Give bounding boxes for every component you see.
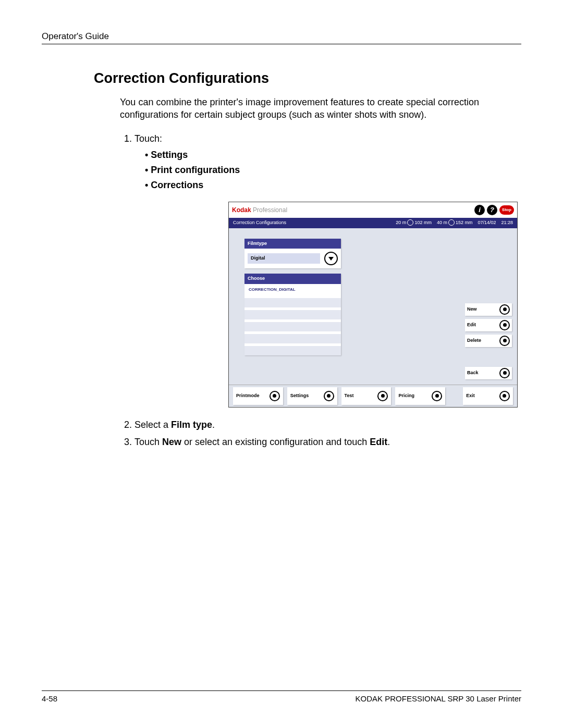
status-len-a: 20 m bbox=[396, 220, 406, 225]
status-time: 21:28 bbox=[501, 219, 513, 227]
settings-label: Settings bbox=[290, 392, 309, 400]
test-button[interactable]: Test bbox=[341, 387, 391, 405]
delete-button-label: Delete bbox=[467, 337, 481, 344]
brand-kodak: Kodak bbox=[232, 206, 251, 214]
choose-item-correction-digital[interactable]: CORRECTION_DIGITAL bbox=[244, 284, 341, 295]
bullet-corrections: Corrections bbox=[145, 178, 480, 192]
list-item[interactable] bbox=[244, 310, 341, 319]
brand-professional: Professional bbox=[251, 206, 287, 214]
step-1-lead: Touch: bbox=[134, 133, 162, 144]
list-item[interactable] bbox=[244, 298, 341, 307]
roll-icon bbox=[448, 219, 455, 226]
filmtype-header: Filmtype bbox=[244, 239, 341, 249]
ui-status: 20 m102 mm 40 m152 mm 07/14/02 21:28 bbox=[396, 219, 513, 227]
step-2: Select a Film type. bbox=[134, 418, 480, 432]
status-len-b: 40 m bbox=[437, 220, 447, 225]
delete-button[interactable]: Delete bbox=[465, 335, 512, 347]
help-icon[interactable]: ? bbox=[487, 205, 497, 215]
filmtype-value: Digital bbox=[248, 253, 320, 264]
step-3-c: or select an existing configuration and … bbox=[181, 437, 370, 447]
filmtype-panel: Filmtype Digital bbox=[244, 239, 341, 269]
step-3-a: Touch bbox=[134, 437, 162, 447]
choose-panel: Choose CORRECTION_DIGITAL bbox=[244, 274, 341, 355]
button-icon bbox=[499, 320, 510, 330]
list-item[interactable] bbox=[244, 322, 341, 331]
step-3-e: . bbox=[387, 437, 390, 447]
status-mm-a: 102 mm bbox=[414, 220, 432, 225]
page-number: 4-58 bbox=[42, 694, 57, 703]
status-mm-b: 152 mm bbox=[456, 220, 473, 225]
button-icon bbox=[499, 391, 510, 401]
ui-title: Correction Configurations bbox=[233, 219, 286, 227]
page-footer: 4-58 KODAK PROFESSIONAL SRP 30 Laser Pri… bbox=[42, 690, 521, 703]
stop-button[interactable]: Stop bbox=[499, 205, 514, 215]
section-title: Correction Configurations bbox=[94, 70, 521, 87]
pricing-label: Pricing bbox=[398, 392, 414, 400]
button-icon bbox=[432, 391, 442, 401]
new-button-label: New bbox=[467, 306, 477, 313]
bullet-print-config: Print configurations bbox=[145, 163, 480, 177]
brand-logo: Kodak Professional bbox=[232, 205, 287, 215]
exit-label: Exit bbox=[466, 392, 475, 400]
button-icon bbox=[324, 391, 334, 401]
edit-button[interactable]: Edit bbox=[465, 319, 512, 331]
test-label: Test bbox=[345, 392, 354, 400]
intro-paragraph: You can combine the printer's image impr… bbox=[120, 96, 480, 121]
button-icon bbox=[499, 368, 510, 378]
back-button-label: Back bbox=[467, 369, 479, 377]
list-item[interactable] bbox=[244, 334, 341, 343]
pricing-button[interactable]: Pricing bbox=[395, 387, 445, 405]
step-3-edit: Edit bbox=[370, 437, 387, 447]
filmtype-dropdown[interactable] bbox=[324, 252, 338, 265]
step-3-new: New bbox=[162, 437, 181, 447]
edit-button-label: Edit bbox=[467, 322, 476, 329]
settings-button[interactable]: Settings bbox=[287, 387, 337, 405]
step-2-post: . bbox=[212, 419, 215, 430]
button-icon bbox=[377, 391, 388, 401]
new-button[interactable]: New bbox=[465, 303, 512, 316]
roll-icon bbox=[407, 219, 413, 226]
step-1: Touch: Settings Print configurations Cor… bbox=[134, 132, 480, 408]
step-3: Touch New or select an existing configur… bbox=[134, 435, 480, 449]
status-date: 07/14/02 bbox=[478, 219, 496, 227]
bullet-settings: Settings bbox=[145, 148, 480, 162]
step-2-text: Select a bbox=[134, 419, 171, 430]
ui-bottom-bar: Printmode Settings Test Pricing Exit bbox=[229, 385, 517, 407]
printer-ui-screenshot: Kodak Professional i ? Stop Correction C… bbox=[228, 202, 518, 408]
info-icon[interactable]: i bbox=[474, 205, 485, 215]
exit-button[interactable]: Exit bbox=[463, 387, 513, 405]
ui-top-bar: Kodak Professional i ? Stop bbox=[229, 202, 517, 218]
choose-header: Choose bbox=[244, 274, 341, 284]
button-icon bbox=[499, 336, 510, 346]
button-icon bbox=[499, 304, 510, 315]
button-icon bbox=[270, 391, 280, 401]
page-header: Operator's Guide bbox=[42, 31, 521, 44]
printmode-button[interactable]: Printmode bbox=[233, 387, 283, 405]
back-button[interactable]: Back bbox=[465, 367, 512, 379]
step-2-bold: Film type bbox=[171, 419, 212, 430]
printmode-label: Printmode bbox=[236, 392, 260, 400]
footer-product: KODAK PROFESSIONAL SRP 30 Laser Printer bbox=[356, 694, 521, 703]
list-item[interactable] bbox=[244, 346, 341, 355]
ui-title-bar: Correction Configurations 20 m102 mm 40 … bbox=[229, 218, 517, 228]
